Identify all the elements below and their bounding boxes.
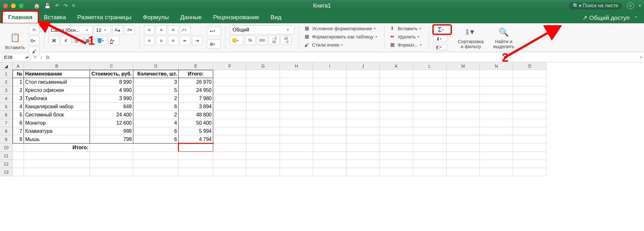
cell[interactable]	[513, 144, 547, 152]
cell[interactable]	[480, 94, 513, 103]
cell[interactable]	[280, 70, 313, 78]
cell[interactable]: 12	[0, 160, 13, 168]
cell[interactable]	[413, 127, 447, 135]
cell[interactable]	[480, 86, 513, 94]
cell[interactable]: 6	[133, 135, 179, 144]
cell[interactable]	[347, 94, 380, 103]
cell[interactable]	[380, 70, 413, 78]
cell[interactable]: H	[280, 62, 313, 70]
cell[interactable]	[413, 103, 447, 111]
cell[interactable]	[13, 152, 24, 160]
cell[interactable]: 4 990	[90, 86, 133, 94]
cell[interactable]	[447, 70, 480, 78]
copy-icon[interactable]: ⧉ ▾	[29, 36, 40, 45]
cell[interactable]: 6	[13, 119, 24, 127]
cell[interactable]	[480, 127, 513, 135]
decrease-indent-icon[interactable]: ⇤	[180, 36, 191, 45]
cell[interactable]	[413, 119, 447, 127]
fx-icon[interactable]: fx	[46, 55, 49, 60]
cell[interactable]	[313, 78, 347, 86]
cell[interactable]	[447, 127, 480, 135]
cell[interactable]	[280, 144, 313, 152]
cell[interactable]	[480, 144, 513, 152]
cell[interactable]	[90, 168, 133, 176]
cell[interactable]	[447, 94, 480, 103]
cell[interactable]	[24, 152, 90, 160]
cell[interactable]	[247, 135, 280, 144]
formula-input[interactable]	[52, 54, 640, 61]
cell[interactable]: Кресло офисное	[24, 86, 90, 94]
cell[interactable]	[513, 103, 547, 111]
cell[interactable]: 48 800	[179, 111, 213, 119]
cell[interactable]	[347, 70, 380, 78]
cell[interactable]	[313, 168, 347, 176]
cell[interactable]	[313, 160, 347, 168]
cell[interactable]: D	[133, 62, 179, 70]
cell[interactable]	[313, 86, 347, 94]
cell[interactable]	[13, 168, 24, 176]
cell[interactable]: 5	[13, 111, 24, 119]
cell[interactable]	[247, 86, 280, 94]
cell[interactable]	[213, 119, 247, 127]
enter-formula-icon[interactable]: ✓	[40, 55, 43, 60]
cell[interactable]: C	[90, 62, 133, 70]
cell[interactable]	[247, 160, 280, 168]
save-icon[interactable]: 💾	[44, 3, 51, 9]
cell[interactable]	[513, 160, 547, 168]
cell[interactable]: 5 994	[179, 127, 213, 135]
cell[interactable]: 6	[0, 111, 13, 119]
cell[interactable]	[513, 127, 547, 135]
cell[interactable]	[213, 70, 247, 78]
cell[interactable]	[313, 119, 347, 127]
cell[interactable]	[247, 94, 280, 103]
cell[interactable]: J	[347, 62, 380, 70]
font-size-select[interactable]: 12▾	[94, 25, 111, 34]
feedback-icon[interactable]: ☺	[627, 2, 634, 9]
cell[interactable]	[313, 127, 347, 135]
cell[interactable]	[213, 78, 247, 86]
cell[interactable]	[213, 94, 247, 103]
cell[interactable]: Системный блок	[24, 111, 90, 119]
cell[interactable]	[513, 119, 547, 127]
cell[interactable]: 24 400	[90, 111, 133, 119]
cell[interactable]	[90, 160, 133, 168]
format-painter-icon[interactable]: 🖌	[29, 47, 40, 56]
cell[interactable]	[447, 135, 480, 144]
comma-icon[interactable]: 000	[257, 36, 268, 45]
cell[interactable]: 4	[0, 94, 13, 103]
cell[interactable]: 9	[0, 135, 13, 144]
smiley-dropdown-icon[interactable]: ▾	[639, 3, 641, 8]
cell[interactable]: 13	[0, 168, 13, 176]
align-right-icon[interactable]: ≡	[168, 36, 179, 45]
merge-cells-icon[interactable]: ⊞▾	[207, 39, 221, 49]
underline-button[interactable]: Ч ▾	[73, 36, 83, 45]
cell[interactable]: 7	[0, 119, 13, 127]
cell[interactable]	[247, 70, 280, 78]
cell[interactable]	[480, 135, 513, 144]
cell[interactable]	[280, 78, 313, 86]
share-button[interactable]: ↗ Общий доступ ⌃	[579, 12, 641, 23]
cell[interactable]	[347, 127, 380, 135]
cell[interactable]	[380, 103, 413, 111]
cell[interactable]	[247, 144, 280, 152]
cell[interactable]: №	[13, 70, 24, 78]
cell[interactable]: 11	[0, 152, 13, 160]
cell[interactable]	[380, 168, 413, 176]
cell[interactable]	[347, 119, 380, 127]
cell[interactable]: 3	[133, 78, 179, 86]
cell[interactable]: B	[24, 62, 90, 70]
percent-icon[interactable]: %	[245, 36, 256, 45]
cell[interactable]: Тумбочка	[24, 94, 90, 103]
cell[interactable]	[280, 160, 313, 168]
cell[interactable]: Стоимость, руб.	[90, 70, 133, 78]
delete-cells-button[interactable]: ⬅Удалить ▾	[389, 33, 424, 40]
cell[interactable]	[413, 135, 447, 144]
cell[interactable]	[380, 144, 413, 152]
cell[interactable]	[513, 86, 547, 94]
cell[interactable]: 5	[133, 86, 179, 94]
cell[interactable]	[280, 168, 313, 176]
cell[interactable]	[413, 70, 447, 78]
cell[interactable]	[133, 168, 179, 176]
cell[interactable]: 26 970	[179, 78, 213, 86]
cell[interactable]	[413, 152, 447, 160]
